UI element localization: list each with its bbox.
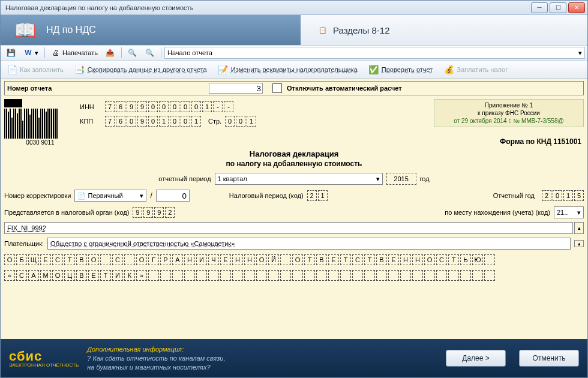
edit-icon: 📝 (218, 64, 229, 75)
footer: сбис ЭЛЕКТРОННАЯ ОТЧЁТНОСТЬ Дополнительн… (1, 339, 587, 377)
form-area: Номер отчета Отключить автоматический ра… (1, 79, 587, 339)
form-title: Налоговая декларация (4, 149, 584, 158)
chevron-down-icon: ▾ (578, 49, 582, 57)
separator (121, 47, 122, 58)
header-right-panel: 📋 Разделы 8-12 (301, 15, 587, 45)
year-field[interactable]: 2015 (386, 173, 416, 185)
book-icon: 📖 (7, 17, 43, 43)
report-year-value[interactable]: 2015 (542, 190, 584, 201)
zoom-in-icon: 🔍 (128, 48, 137, 58)
toolbar-main: 💾 W▾ 🖨Напечатать 📤 🔍 🔍 Начало отчета▾ (1, 45, 587, 61)
section-combo[interactable]: Начало отчета▾ (164, 47, 585, 59)
kpp-row: КПП 760901001 Стр. 001 (80, 116, 256, 127)
inn-value[interactable]: 7699000001-- (105, 101, 233, 112)
scroll-up-button[interactable]: ▴ (574, 222, 584, 234)
footer-help-link[interactable]: ? Как сдать отчетность по каналам связи,… (87, 354, 225, 371)
payer-row: Плательщик: Общество с ограниченной отве… (4, 238, 584, 250)
help-icon: 📄 (7, 64, 17, 75)
pay-tax-link[interactable]: 💰Заплатить налог (441, 62, 510, 77)
kpp-value[interactable]: 760901001 (105, 116, 201, 127)
knd-code: Форма по КНД 1151001 (4, 137, 584, 146)
kpp-label: КПП (80, 118, 101, 125)
zoom-out-icon: 🔍 (145, 48, 155, 58)
report-number-row: Номер отчета Отключить автоматический ра… (4, 81, 584, 95)
scroll-up-button[interactable]: ▴ (574, 240, 584, 247)
payer-name-line1[interactable]: ОБЩЕСТВОСОГРАНИЧЕННОЙОТВЕТСТВЕННОСТЬЮ (4, 254, 584, 265)
slash: / (150, 191, 152, 200)
copy-data-link[interactable]: 📑Скопировать данные из другого отчета (72, 62, 209, 77)
sections-icon: 📋 (319, 26, 327, 34)
app-window: Налоговая декларация по налогу на добавл… (0, 0, 588, 378)
chevron-down-icon: ▾ (140, 192, 143, 200)
print-button[interactable]: 🖨Напечатать (48, 47, 101, 59)
money-icon: 💰 (443, 64, 454, 75)
chevron-down-icon: ▾ (577, 209, 581, 217)
cancel-button[interactable]: Отменить (519, 350, 579, 367)
payer-name-line2[interactable]: «САМОЦВЕТИК» (4, 270, 584, 281)
maximize-button[interactable]: ☐ (550, 2, 566, 13)
organ-value[interactable]: 9992 (133, 207, 175, 218)
correction-label: Номер корректировки (4, 192, 71, 199)
form-subtitle: по налогу на добавленную стоимость (4, 160, 584, 168)
payer-label: Плательщик: (4, 240, 44, 247)
disable-auto-checkbox[interactable] (272, 83, 282, 93)
tax-period-label: Налоговый период (код) (229, 192, 304, 199)
correction-row: Номер корректировки 📄 Первичный▾ / Налог… (4, 190, 584, 202)
organ-row: Представляется в налоговый орган (код) 9… (4, 206, 584, 218)
period-label: отчетный период (158, 175, 211, 182)
correction-number-input[interactable] (156, 190, 190, 202)
zoom-out-button[interactable]: 🔍 (142, 47, 158, 59)
printer-icon: 🖨 (51, 48, 61, 58)
page-value: 001 (225, 116, 256, 127)
header-tab-main[interactable]: НД по НДС (43, 25, 96, 35)
header: 📖 НД по НДС 📋 Разделы 8-12 (1, 15, 587, 45)
save-icon: 💾 (6, 48, 16, 58)
header-tab-sections[interactable]: Разделы 8-12 (333, 25, 390, 35)
tax-period-value[interactable]: 21 (307, 190, 328, 201)
separator (44, 47, 45, 58)
inn-row: ИНН 7699000001-- (80, 101, 256, 112)
titlebar: Налоговая декларация по налогу на добавл… (1, 1, 587, 15)
organ-label: Представляется в налоговый орган (код) (4, 209, 129, 216)
payer-field[interactable]: Общество с ограниченной ответственностью… (47, 238, 571, 250)
dropdown-icon: ▾ (35, 49, 38, 57)
footer-info: Дополнительная информация: ? Как сдать о… (87, 345, 225, 371)
report-number-input[interactable] (209, 83, 263, 94)
barcode: 0030 9011 (4, 99, 76, 146)
check-icon: ✅ (368, 64, 379, 75)
correction-select[interactable]: 📄 Первичный▾ (74, 190, 146, 202)
close-button[interactable]: ✕ (568, 2, 585, 13)
disable-auto-label: Отключить автоматический расчет (287, 85, 402, 92)
app-info-box: Приложение № 1 к приказу ФНС России от 2… (434, 99, 584, 127)
report-number-label: Номер отчета (5, 85, 209, 92)
place-label: по месту нахождения (учета) (код) (445, 209, 550, 216)
sbis-logo: сбис ЭЛЕКТРОННАЯ ОТЧЁТНОСТЬ (9, 349, 79, 368)
minimize-button[interactable]: ─ (531, 2, 548, 13)
next-button[interactable]: Далее > (446, 350, 506, 367)
inn-label: ИНН (80, 103, 101, 110)
period-row: отчетный период 1 квартал▾ 2015 год (4, 173, 584, 185)
edit-requisites-link[interactable]: 📝Изменить реквизиты налогоплательщика (215, 62, 360, 77)
chevron-down-icon: ▾ (376, 175, 380, 183)
year-suffix: год (420, 175, 430, 182)
fix-field[interactable]: FIX_NI_9992 (4, 222, 573, 234)
report-year-label: Отчетный год (493, 192, 535, 199)
word-button[interactable]: W▾ (20, 47, 41, 59)
export-button[interactable]: 📤 (103, 47, 118, 59)
copy-icon: 📑 (74, 64, 85, 75)
zoom-in-button[interactable]: 🔍 (125, 47, 140, 59)
check-report-link[interactable]: ✅Проверить отчет (366, 62, 436, 77)
howto-link[interactable]: 📄Как заполнить (4, 62, 66, 77)
place-select[interactable]: 21..▾ (554, 206, 584, 218)
word-icon: W (23, 48, 33, 58)
export-icon: 📤 (106, 48, 115, 58)
page-label: Стр. (208, 118, 221, 125)
period-select[interactable]: 1 квартал▾ (215, 173, 383, 185)
save-button[interactable]: 💾 (3, 47, 19, 59)
separator (161, 47, 161, 58)
window-title: Налоговая декларация по налогу на добавл… (3, 4, 529, 11)
barcode-caption: 0030 9011 (4, 139, 76, 146)
toolbar-actions: 📄Как заполнить 📑Скопировать данные из др… (1, 61, 587, 79)
